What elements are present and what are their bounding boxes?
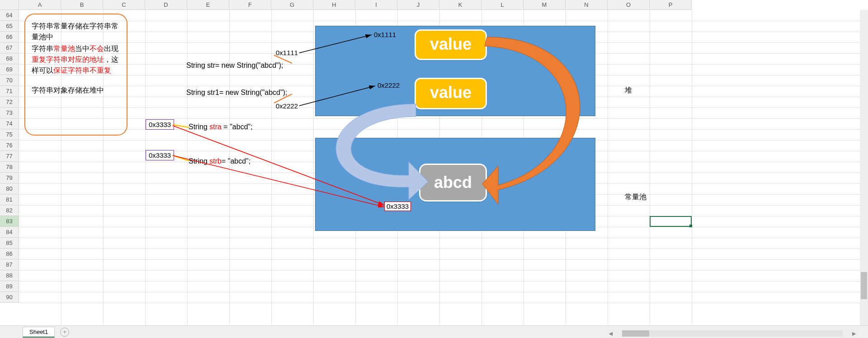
note-line-2: 字符串常量池当中不会出现重复字符串对应的地址，这样可以保证字符串不重复 [32,43,120,76]
vertical-scrollbar-thumb[interactable] [861,272,867,299]
column-header-J[interactable]: J [397,0,439,10]
row-header-74[interactable]: 74 [0,118,19,129]
column-header-M[interactable]: M [524,0,566,10]
column-header-K[interactable]: K [439,0,481,10]
sheet-tab-bar: Sheet1 + ◄ ► [0,325,868,338]
column-header-L[interactable]: L [481,0,524,10]
row-header-89[interactable]: 89 [0,281,19,292]
column-header-E[interactable]: E [187,0,229,10]
addr-0x2222-target: 0x2222 [377,81,400,89]
row-headers: 6465666768697071727374757677787980818283… [0,10,19,303]
addr-0x2222-source: 0x2222 [276,102,298,110]
row-header-79[interactable]: 79 [0,173,19,183]
addr-0x3333-strb: 0x3333 [146,150,174,160]
add-sheet-button[interactable]: + [60,328,69,337]
heap-label: 堆 [625,86,632,95]
abcd-box: abcd [419,164,487,202]
row-header-73[interactable]: 73 [0,108,19,118]
column-header-O[interactable]: O [608,0,650,10]
cell-cursor [650,216,692,227]
column-header-H[interactable]: H [313,0,355,10]
row-header-84[interactable]: 84 [0,227,19,238]
sheet-tab-sheet1[interactable]: Sheet1 [23,327,55,338]
row-header-87[interactable]: 87 [0,259,19,270]
note-line-3: 字符串对象存储在堆中 [32,85,120,96]
addr-0x3333-target: 0x3333 [384,202,411,211]
row-header-68[interactable]: 68 [0,53,19,64]
row-header-70[interactable]: 70 [0,75,19,86]
column-header-P[interactable]: P [650,0,692,10]
column-header-A[interactable]: A [19,0,61,10]
row-header-69[interactable]: 69 [0,64,19,75]
row-header-85[interactable]: 85 [0,238,19,249]
column-header-N[interactable]: N [566,0,608,10]
row-header-90[interactable]: 90 [0,292,19,303]
column-header-B[interactable]: B [61,0,103,10]
code-stra: String stra = "abcd"; [189,123,253,131]
value-box-1: value [415,29,487,60]
row-header-71[interactable]: 71 [0,86,19,97]
row-header-83[interactable]: 83 [0,216,19,227]
row-header-75[interactable]: 75 [0,129,19,140]
row-header-67[interactable]: 67 [0,42,19,53]
column-header-G[interactable]: G [271,0,313,10]
row-header-65[interactable]: 65 [0,21,19,32]
row-header-76[interactable]: 76 [0,140,19,151]
value-box-2: value [415,78,487,109]
row-header-78[interactable]: 78 [0,162,19,173]
addr-0x1111-source: 0x1111 [276,49,298,56]
column-header-D[interactable]: D [145,0,187,10]
row-header-72[interactable]: 72 [0,97,19,108]
addr-0x3333-stra: 0x3333 [146,119,174,130]
column-headers: ABCDEFGHIJKLMNOP [19,0,692,10]
row-header-66[interactable]: 66 [0,32,19,42]
column-header-C[interactable]: C [103,0,145,10]
horizontal-scrollbar-thumb[interactable] [622,330,649,337]
svg-line-4 [173,125,189,127]
select-all-corner[interactable] [0,0,19,10]
column-header-F[interactable]: F [229,0,271,10]
row-header-88[interactable]: 88 [0,270,19,281]
column-header-I[interactable]: I [355,0,397,10]
vertical-scrollbar[interactable] [860,10,868,325]
svg-line-5 [173,155,189,161]
pool-label: 常量池 [625,192,646,202]
explanation-callout: 字符串常量存储在字符串常量池中 字符串常量池当中不会出现重复字符串对应的地址，这… [24,14,127,136]
row-header-77[interactable]: 77 [0,151,19,162]
code-strb: String strb= "abcd"; [189,157,250,165]
horizontal-scrollbar[interactable]: ◄ ► [606,329,859,338]
addr-0x1111-target: 0x1111 [374,31,396,38]
code-str1: String str1= new String("abcd"); [186,89,287,97]
row-header-86[interactable]: 86 [0,249,19,259]
row-header-81[interactable]: 81 [0,194,19,205]
worksheet-grid[interactable]: value value abcd 字符串常量存储在字符串常量池中 字符串常量池当… [19,10,860,324]
note-line-1: 字符串常量存储在字符串常量池中 [32,21,120,42]
row-header-82[interactable]: 82 [0,205,19,216]
row-header-64[interactable]: 64 [0,10,19,21]
code-str: String str= new String("abcd"); [186,61,283,70]
row-header-80[interactable]: 80 [0,183,19,194]
